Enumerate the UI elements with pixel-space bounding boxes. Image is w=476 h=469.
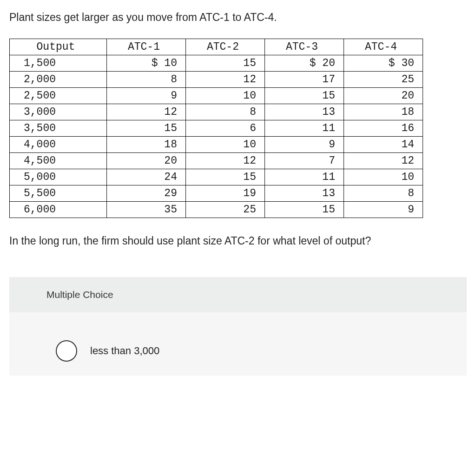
table-cell: 15 bbox=[106, 120, 185, 137]
radio-icon[interactable] bbox=[56, 340, 77, 362]
table-cell: 24 bbox=[106, 169, 185, 185]
table-cell: 6,000 bbox=[10, 202, 107, 218]
table-row: 4,0001810914 bbox=[10, 137, 423, 153]
table-cell: 8 bbox=[106, 72, 185, 88]
table-cell: 17 bbox=[264, 72, 344, 88]
table-cell: 2,000 bbox=[10, 72, 107, 88]
choice-label: less than 3,000 bbox=[90, 345, 159, 357]
table-cell: 12 bbox=[106, 104, 185, 120]
table-cell: 29 bbox=[106, 185, 185, 202]
table-body: 1,500$ 1015$ 20$ 302,00081217252,5009101… bbox=[10, 55, 423, 218]
table-row: 2,5009101520 bbox=[10, 88, 423, 104]
table-cell: 8 bbox=[185, 104, 264, 120]
table-cell: 5,500 bbox=[10, 185, 107, 202]
col-header: ATC-2 bbox=[185, 39, 264, 55]
answer-block: Multiple Choice less than 3,000 bbox=[9, 277, 467, 376]
table-cell: 3,500 bbox=[10, 120, 107, 137]
table-cell: 16 bbox=[344, 120, 423, 137]
table-cell: 15 bbox=[185, 169, 264, 185]
multiple-choice-header: Multiple Choice bbox=[9, 277, 467, 312]
table-cell: 35 bbox=[106, 202, 185, 218]
table-cell: 9 bbox=[344, 202, 423, 218]
choice-option[interactable]: less than 3,000 bbox=[56, 340, 467, 362]
table-cell: 13 bbox=[264, 104, 344, 120]
table-cell: 6 bbox=[185, 120, 264, 137]
table-cell: $ 30 bbox=[344, 55, 423, 72]
table-cell: 9 bbox=[106, 88, 185, 104]
table-cell: 3,000 bbox=[10, 104, 107, 120]
table-cell: 15 bbox=[185, 55, 264, 72]
table-cell: 9 bbox=[264, 137, 344, 153]
col-header: ATC-4 bbox=[344, 39, 423, 55]
table-cell: 11 bbox=[264, 120, 344, 137]
intro-text: Plant sizes get larger as you move from … bbox=[9, 11, 467, 24]
table-cell: 14 bbox=[344, 137, 423, 153]
table-cell: 5,000 bbox=[10, 169, 107, 185]
table-cell: 12 bbox=[185, 72, 264, 88]
table-cell: $ 10 bbox=[106, 55, 185, 72]
table-cell: $ 20 bbox=[264, 55, 344, 72]
table-cell: 13 bbox=[264, 185, 344, 202]
table-row: 6,0003525159 bbox=[10, 202, 423, 218]
table-cell: 4,000 bbox=[10, 137, 107, 153]
table-row: 3,0001281318 bbox=[10, 104, 423, 120]
col-header: Output bbox=[10, 39, 107, 55]
table-cell: 15 bbox=[264, 88, 344, 104]
table-header-row: Output ATC-1 ATC-2 ATC-3 ATC-4 bbox=[10, 39, 423, 55]
col-header: ATC-1 bbox=[106, 39, 185, 55]
question-text: In the long run, the firm should use pla… bbox=[9, 235, 467, 247]
table-cell: 18 bbox=[344, 104, 423, 120]
table-row: 5,00024151110 bbox=[10, 169, 423, 185]
col-header: ATC-3 bbox=[264, 39, 344, 55]
table-cell: 11 bbox=[264, 169, 344, 185]
table-row: 4,5002012712 bbox=[10, 153, 423, 169]
table-cell: 12 bbox=[185, 153, 264, 169]
table-cell: 19 bbox=[185, 185, 264, 202]
table-cell: 8 bbox=[344, 185, 423, 202]
table-row: 2,0008121725 bbox=[10, 72, 423, 88]
choice-area: less than 3,000 bbox=[9, 312, 467, 376]
table-cell: 10 bbox=[185, 88, 264, 104]
table-cell: 12 bbox=[344, 153, 423, 169]
table-cell: 25 bbox=[344, 72, 423, 88]
table-cell: 4,500 bbox=[10, 153, 107, 169]
table-cell: 20 bbox=[106, 153, 185, 169]
table-cell: 2,500 bbox=[10, 88, 107, 104]
table-cell: 20 bbox=[344, 88, 423, 104]
table-cell: 10 bbox=[185, 137, 264, 153]
table-row: 3,5001561116 bbox=[10, 120, 423, 137]
table-cell: 15 bbox=[264, 202, 344, 218]
table-cell: 7 bbox=[264, 153, 344, 169]
table-cell: 1,500 bbox=[10, 55, 107, 72]
table-row: 5,5002919138 bbox=[10, 185, 423, 202]
table-cell: 25 bbox=[185, 202, 264, 218]
table-cell: 10 bbox=[344, 169, 423, 185]
table-row: 1,500$ 1015$ 20$ 30 bbox=[10, 55, 423, 72]
table-cell: 18 bbox=[106, 137, 185, 153]
atc-table: Output ATC-1 ATC-2 ATC-3 ATC-4 1,500$ 10… bbox=[9, 39, 423, 218]
